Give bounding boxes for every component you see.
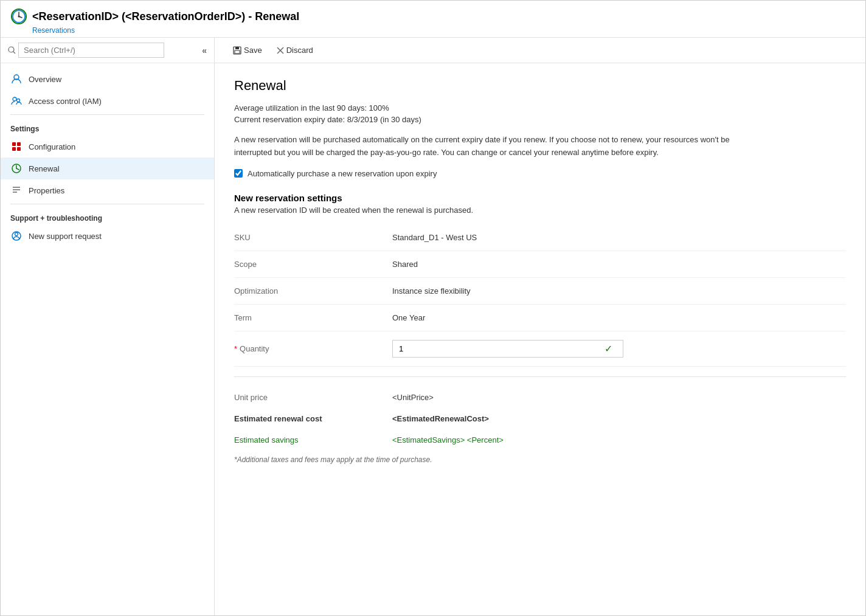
settings-section-label: Settings xyxy=(1,117,214,136)
scope-row: Scope Shared xyxy=(234,251,846,278)
svg-rect-10 xyxy=(12,142,16,146)
discard-icon xyxy=(277,47,284,54)
sidebar-item-properties-label: Properties xyxy=(29,186,64,195)
settings-divider xyxy=(10,114,204,115)
quantity-row: *Quantity ✓ xyxy=(234,331,846,367)
breadcrumb[interactable]: Reservations xyxy=(32,26,856,35)
term-label: Term xyxy=(234,313,392,322)
quantity-input-container: ✓ xyxy=(392,340,623,358)
sidebar-item-new-support[interactable]: New support request xyxy=(1,225,214,247)
estimated-renewal-row: Estimated renewal cost <EstimatedRenewal… xyxy=(234,408,846,429)
support-section-label: Support + troubleshooting xyxy=(1,207,214,225)
sku-row: SKU Standard_D1 - West US xyxy=(234,224,846,251)
auto-renew-label: Automatically purchase a new reservation… xyxy=(248,169,437,178)
quantity-valid-icon: ✓ xyxy=(600,343,617,355)
svg-rect-12 xyxy=(12,147,16,151)
term-row: Term One Year xyxy=(234,305,846,331)
window-title: <ReservationID> (<ReservationOrderID>) -… xyxy=(32,10,299,23)
main-content: Save Discard Renewal Average utilization… xyxy=(215,38,865,615)
reservation-clock-icon xyxy=(10,8,27,25)
overview-icon xyxy=(10,73,23,85)
sidebar-item-iam[interactable]: Access control (IAM) xyxy=(1,90,214,112)
sidebar-item-overview-label: Overview xyxy=(29,75,61,84)
sidebar-item-iam-label: Access control (IAM) xyxy=(29,97,102,106)
sidebar-item-configuration[interactable]: Configuration xyxy=(1,136,214,157)
props-icon xyxy=(10,184,23,196)
save-label: Save xyxy=(244,46,262,55)
optimization-label: Optimization xyxy=(234,286,392,296)
page-title-header: <ReservationID> (<ReservationOrderID>) -… xyxy=(10,8,856,25)
renewal-description: A new reservation will be purchased auto… xyxy=(234,134,733,159)
term-value: One Year xyxy=(392,313,425,322)
sidebar-item-renewal[interactable]: Renewal xyxy=(1,157,214,179)
discard-label: Discard xyxy=(286,46,313,55)
svg-line-16 xyxy=(16,168,19,170)
toolbar: Save Discard xyxy=(215,38,865,63)
sku-label: SKU xyxy=(234,233,392,242)
app-header: <ReservationID> (<ReservationOrderID>) -… xyxy=(1,1,865,38)
save-icon xyxy=(233,46,241,55)
save-button[interactable]: Save xyxy=(227,43,268,58)
iam-icon xyxy=(10,95,23,107)
collapse-sidebar-button[interactable]: « xyxy=(202,46,207,55)
sidebar-item-properties[interactable]: Properties xyxy=(1,179,214,201)
svg-point-5 xyxy=(9,47,14,52)
search-icon xyxy=(8,46,16,54)
svg-point-9 xyxy=(17,99,20,102)
search-input[interactable] xyxy=(18,43,164,58)
expiry-info: Current reservation expiry date: 8/3/201… xyxy=(234,115,846,124)
renewal-content: Renewal Average utilization in the last … xyxy=(215,63,865,479)
sidebar-item-support-label: New support request xyxy=(29,232,102,241)
estimated-savings-label: Estimated savings xyxy=(234,435,392,445)
auto-renew-checkbox[interactable] xyxy=(234,169,243,178)
new-reservation-heading: New reservation settings xyxy=(234,193,846,203)
unit-price-row: Unit price <UnitPrice> xyxy=(234,387,846,408)
svg-rect-13 xyxy=(17,147,21,151)
sidebar-item-renewal-label: Renewal xyxy=(29,164,60,173)
utilization-info: Average utilization in the last 90 days:… xyxy=(234,103,846,112)
svg-rect-24 xyxy=(235,50,240,54)
sidebar: « Overview xyxy=(1,38,215,615)
new-reservation-desc: A new reservation ID will be created whe… xyxy=(234,206,846,215)
required-star: * xyxy=(234,344,237,353)
support-divider xyxy=(10,204,204,204)
renewal-page-title: Renewal xyxy=(234,78,846,94)
optimization-row: Optimization Instance size flexibility xyxy=(234,278,846,305)
unit-price-value: <UnitPrice> xyxy=(392,393,434,402)
unit-price-label: Unit price xyxy=(234,393,392,402)
optimization-value: Instance size flexibility xyxy=(392,286,471,296)
sku-value: Standard_D1 - West US xyxy=(392,233,477,242)
support-icon xyxy=(10,230,23,242)
config-icon xyxy=(10,140,23,153)
sidebar-item-configuration-label: Configuration xyxy=(29,142,75,151)
svg-rect-11 xyxy=(17,142,21,146)
sidebar-item-overview[interactable]: Overview xyxy=(1,68,214,90)
estimated-renewal-value: <EstimatedRenewalCost> xyxy=(392,414,489,423)
auto-renew-row: Automatically purchase a new reservation… xyxy=(234,169,846,178)
scope-label: Scope xyxy=(234,260,392,269)
svg-rect-23 xyxy=(235,47,239,49)
svg-point-8 xyxy=(13,97,16,101)
svg-point-4 xyxy=(18,16,20,18)
search-container: « xyxy=(1,38,214,63)
pricing-divider xyxy=(234,376,846,377)
svg-point-21 xyxy=(15,233,18,236)
renewal-icon xyxy=(10,162,23,175)
estimated-savings-value: <EstimatedSavings> <Percent> xyxy=(392,435,504,445)
tax-note: *Additional taxes and fees may apply at … xyxy=(234,455,846,464)
scope-value: Shared xyxy=(392,260,418,269)
discard-button[interactable]: Discard xyxy=(271,43,319,58)
estimated-savings-row: Estimated savings <EstimatedSavings> <Pe… xyxy=(234,429,846,451)
quantity-field[interactable] xyxy=(393,341,600,357)
quantity-label: *Quantity xyxy=(234,344,392,353)
estimated-renewal-label: Estimated renewal cost xyxy=(234,414,392,423)
svg-line-6 xyxy=(13,52,15,54)
sidebar-navigation: Overview Access control (IAM) xyxy=(1,63,214,615)
